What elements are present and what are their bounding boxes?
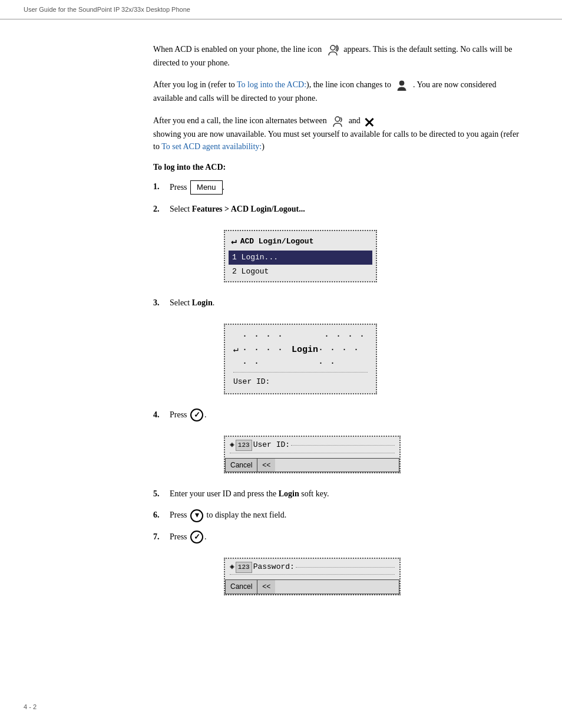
userid-field-row — [230, 454, 395, 457]
step-1-num: 1. — [153, 180, 170, 193]
x-icon — [364, 116, 375, 127]
header-text: User Guide for the SoundPoint IP 32x/33x… — [24, 6, 190, 13]
step-4-num: 4. — [153, 409, 170, 421]
svg-point-0 — [330, 45, 335, 50]
password-field-row — [230, 576, 395, 578]
password-inner: ◈ 123 Password: — [225, 559, 399, 578]
step-4-content: Press . — [170, 409, 527, 422]
password-softkey-bar: Cancel << — [225, 579, 399, 594]
userid-softkey-bar: Cancel << — [225, 458, 399, 473]
acd-icon-enabled — [326, 44, 339, 57]
login-phone-screen: ↵ · · · · · · · · · · Login · · · · · · … — [224, 324, 377, 394]
edit-icon: ◈ — [230, 439, 234, 451]
edit-icon-2: ◈ — [230, 561, 234, 573]
password-field-label: Password: — [253, 561, 295, 573]
login-dots-2: · · · · · · · · · · — [318, 330, 368, 371]
page-number: 4 - 2 — [24, 703, 37, 710]
step-6-content: Press to display the next field. — [170, 509, 527, 522]
password-title-row: ◈ 123 Password: — [230, 561, 395, 575]
step-5-content: Enter your user ID and press the Login s… — [170, 487, 527, 500]
steps-list: 1. Press Menu. 2. Select Features > ACD … — [153, 180, 527, 601]
login-arrow-icon: ↵ — [233, 343, 239, 357]
userid-screen-wrapper: ◈ 123 User ID: Cancel << — [189, 430, 527, 479]
step-6: 6. Press to display the next field. — [153, 509, 527, 522]
userid-screen-container: ◈ 123 User ID: Cancel << — [153, 430, 527, 479]
login-field-userid: User ID: — [233, 374, 368, 388]
step-6-num: 6. — [153, 509, 170, 522]
menu-key: Menu — [190, 180, 223, 195]
login-screen-container: ↵ · · · · · · · · · · Login · · · · · · … — [153, 318, 527, 400]
cancel-softkey-2[interactable]: Cancel — [226, 580, 257, 594]
step-3-num: 3. — [153, 297, 170, 309]
step-2-num: 2. — [153, 203, 170, 216]
acd-item-2: 2 Logout — [229, 265, 372, 279]
backspace-softkey-2[interactable]: << — [257, 580, 275, 594]
para-1: When ACD is enabled on your phone, the l… — [153, 43, 527, 69]
para-3: After you end a call, the line icon alte… — [153, 114, 527, 153]
userid-title-row: ◈ 123 User ID: — [230, 439, 395, 453]
cancel-softkey[interactable]: Cancel — [226, 459, 257, 472]
acd-screen-title: ACD Login/Logout — [240, 236, 314, 248]
step-5-num: 5. — [153, 487, 170, 500]
svg-point-1 — [399, 81, 404, 85]
acd-screen-title-row: ↵ ACD Login/Logout — [229, 233, 372, 251]
123-badge: 123 — [236, 440, 252, 451]
page-footer: 4 - 2 — [24, 703, 37, 710]
step-1-content: Press Menu. — [170, 180, 527, 195]
acd-screen: ↵ ACD Login/Logout 1 Login... 2 Logout — [189, 224, 527, 288]
step-1: 1. Press Menu. — [153, 180, 527, 195]
step-7: 7. Press . — [153, 531, 527, 544]
svg-point-2 — [335, 117, 340, 121]
link-set-acd-availability[interactable]: To set ACD agent availability: — [161, 142, 262, 151]
acd-screen-container: ↵ ACD Login/Logout 1 Login... 2 Logout — [153, 224, 527, 288]
password-input-line — [296, 567, 395, 568]
password-phone-screen: ◈ 123 Password: Cancel << — [224, 558, 401, 595]
acd-icon-available — [395, 79, 408, 92]
section-heading: To log into the ACD: — [153, 163, 527, 172]
step-5: 5. Enter your user ID and press the Logi… — [153, 487, 527, 500]
para-2: After you log in (refer to To log into t… — [153, 78, 527, 104]
page-header: User Guide for the SoundPoint IP 32x/33x… — [0, 0, 562, 19]
password-screen-wrapper: ◈ 123 Password: Cancel << — [189, 552, 527, 601]
backspace-softkey[interactable]: << — [257, 459, 275, 472]
step-7-content: Press . — [170, 531, 527, 544]
arrow-left-icon: ↵ — [231, 235, 237, 249]
step-2: 2. Select Features > ACD Login/Logout... — [153, 203, 527, 216]
acd-icon-unavail-1 — [331, 115, 344, 128]
check-circle-icon-2 — [190, 531, 203, 543]
step-3-content: Select Login. — [170, 297, 527, 309]
login-title-text: Login — [292, 343, 318, 357]
login-screen-inner: ↵ · · · · · · · · · · Login · · · · · · … — [229, 327, 372, 391]
login-screen: ↵ · · · · · · · · · · Login · · · · · · … — [189, 318, 527, 400]
login-dots: · · · · · · · · · · — [242, 330, 292, 371]
step-4: 4. Press . — [153, 409, 527, 422]
check-circle-icon — [190, 409, 203, 421]
userid-input-line — [291, 445, 395, 446]
acd-item-1-selected: 1 Login... — [229, 251, 372, 265]
step-7-num: 7. — [153, 531, 170, 543]
userid-phone-screen: ◈ 123 User ID: Cancel << — [224, 436, 401, 473]
userid-field-label: User ID: — [253, 439, 290, 451]
step-2-content: Select Features > ACD Login/Logout... — [170, 203, 527, 216]
step-3: 3. Select Login. — [153, 297, 527, 309]
userid-inner: ◈ 123 User ID: — [225, 437, 399, 456]
link-log-into-acd[interactable]: To log into the ACD: — [237, 80, 306, 89]
and-text: and — [349, 116, 361, 125]
down-circle-icon — [190, 509, 203, 522]
acd-login-screen: ↵ ACD Login/Logout 1 Login... 2 Logout — [224, 230, 377, 282]
login-title-row: ↵ · · · · · · · · · · Login · · · · · · … — [233, 330, 368, 373]
password-screen-container: ◈ 123 Password: Cancel << — [153, 552, 527, 601]
123-badge-2: 123 — [236, 562, 252, 573]
